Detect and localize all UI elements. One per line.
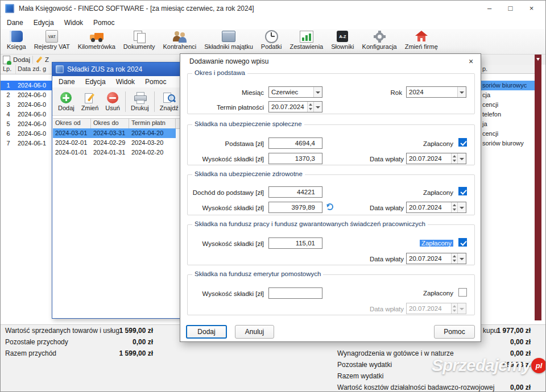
quickbar-add-button[interactable]: Dodaj <box>13 55 30 65</box>
edit-button[interactable]: Zmień <box>78 91 102 111</box>
toolbar-label: Kilometrówka <box>78 43 115 50</box>
chevron-down-icon[interactable] <box>313 102 322 112</box>
table-row[interactable]: 2024-01-01 2024-01-31 2024-02-20 <box>53 148 176 157</box>
menu-item-pomoc[interactable]: Pomoc <box>88 16 119 29</box>
table-row-fragment[interactable]: telefon <box>481 110 535 119</box>
menu-item-dane[interactable]: Dane <box>53 76 80 87</box>
menu-item-edycja[interactable]: Edycja <box>80 76 111 87</box>
close-button[interactable]: × <box>521 1 542 16</box>
documents-icon <box>133 31 146 43</box>
contribution-amount-field-health[interactable]: 3979,89 <box>268 202 322 213</box>
toolbar-separator <box>125 91 126 112</box>
menu-item-widok[interactable]: Widok <box>111 76 140 87</box>
watermark-badge: pl <box>531 358 546 373</box>
table-row[interactable]: 62024-06-0 <box>1 129 52 139</box>
anuluj-button[interactable]: Anuluj <box>235 325 274 339</box>
paid-checkbox-health[interactable] <box>458 187 467 195</box>
table-row-fragment[interactable]: cencji <box>481 100 535 110</box>
payment-date-field-health[interactable]: 20.07.2024 <box>406 202 466 213</box>
column-header-lp[interactable]: Lp. <box>1 65 16 74</box>
watermark: Sprzedajemy pl <box>432 356 546 375</box>
toolbar-button-ksiega[interactable]: Księga <box>3 29 30 50</box>
table-row[interactable]: 32024-06-0 <box>1 100 52 110</box>
menu-item-edycja[interactable]: Edycja <box>28 16 59 29</box>
chevron-down-icon[interactable] <box>457 153 466 164</box>
toolbar-button-konfiguracja[interactable]: Konfiguracja <box>358 29 401 50</box>
paid-checkbox-social[interactable] <box>458 138 467 147</box>
table-row[interactable]: 12024-06-0 <box>1 81 52 90</box>
printer-icon <box>134 92 146 103</box>
paid-label: Zapłacony <box>412 139 453 148</box>
spinner[interactable] <box>307 102 313 112</box>
vehicle-icon <box>89 31 104 42</box>
quickbar-edit-button[interactable]: Z <box>45 55 49 65</box>
paid-checkbox-labor[interactable] <box>458 238 467 247</box>
spinner <box>451 303 457 314</box>
spinner[interactable] <box>451 153 457 164</box>
toolbar-button-slowniki[interactable]: A-Z Słowniki <box>327 29 358 50</box>
base-amount-field[interactable]: 4694,4 <box>268 137 322 149</box>
table-row-fragment[interactable]: cencji <box>481 129 535 139</box>
column-header-okres-od[interactable]: Okres od <box>53 119 91 128</box>
year-select[interactable]: 2024 <box>406 86 466 98</box>
table-row[interactable]: 2024-03-01 2024-03-31 2024-04-20 <box>53 128 176 138</box>
chevron-down-icon[interactable] <box>457 253 466 264</box>
maximize-button[interactable]: □ <box>500 1 521 16</box>
column-header-okres-do[interactable]: Okres do <box>91 119 129 128</box>
table-row-fragment[interactable]: cja <box>481 90 535 100</box>
toolbar-button-kilometrowka[interactable]: Kilometrówka <box>74 29 119 50</box>
dialog-close-button[interactable]: × <box>461 54 481 69</box>
contribution-amount-field-labor[interactable]: 115,01 <box>268 237 322 249</box>
toolbar-button-skladniki-majatku[interactable]: Składniki majątku <box>200 29 257 50</box>
income-base-field[interactable]: 44221 <box>268 186 322 198</box>
add-button[interactable]: Dodaj <box>55 91 78 111</box>
spinner[interactable] <box>451 253 457 264</box>
toolbar-button-dokumenty[interactable]: Dokumenty <box>119 29 159 50</box>
menu-item-pomoc[interactable]: Pomoc <box>140 76 171 87</box>
book-icon <box>10 31 23 42</box>
menu-item-dane[interactable]: Dane <box>2 16 28 29</box>
toolbar-button-podatki[interactable]: Podatki <box>257 29 286 50</box>
chevron-down-icon[interactable] <box>457 87 466 97</box>
column-header-data[interactable]: Data zd. g <box>16 65 46 74</box>
table-row[interactable]: 22024-06-0 <box>1 90 52 100</box>
menu-item-widok[interactable]: Widok <box>59 16 88 29</box>
payment-date-field-labor[interactable]: 20.07.2024 <box>406 253 466 264</box>
print-button[interactable]: Drukuj <box>127 91 152 111</box>
dodaj-button[interactable]: Dodaj <box>186 325 227 339</box>
chart-icon <box>300 31 313 43</box>
right-column-fragment: soriów biurowyc cja cencji telefon ja ce… <box>481 81 535 148</box>
payment-deadline-field[interactable]: 20.07.2024 <box>268 101 322 112</box>
spinner[interactable] <box>451 202 457 212</box>
table-row[interactable]: 2024-02-01 2024-02-29 2024-03-20 <box>53 138 176 148</box>
delete-button[interactable]: Usuń <box>102 91 123 111</box>
toolbar-button-zmien-firme[interactable]: Zmień firmę <box>401 29 442 50</box>
table-row-fragment[interactable]: ja <box>481 119 535 129</box>
home-icon <box>415 31 428 42</box>
chevron-down-icon[interactable] <box>313 87 322 97</box>
vertical-scrollbar[interactable] <box>535 55 541 320</box>
contribution-amount-field-bridge[interactable] <box>268 287 322 299</box>
toolbar-button-rejestry-vat[interactable]: VAT Rejestry VAT <box>30 29 74 50</box>
table-row-fragment[interactable]: soriów biurowy <box>481 139 535 148</box>
table-row[interactable]: 42024-06-0 <box>1 110 52 119</box>
toolbar-label: Zestawienia <box>290 43 324 50</box>
table-row[interactable]: 72024-06-1 <box>1 139 52 148</box>
pomoc-button[interactable]: Pomoc <box>434 325 475 339</box>
paid-checkbox-bridge[interactable] <box>458 288 467 297</box>
contribution-amount-field-social[interactable]: 1370,3 <box>268 153 322 164</box>
table-row-fragment[interactable]: soriów biurowyc <box>481 81 535 90</box>
find-button[interactable]: Znajdź <box>156 91 182 111</box>
table-row[interactable]: 52024-06-0 <box>1 119 52 129</box>
chevron-down-icon[interactable] <box>457 202 466 212</box>
column-header-termin[interactable]: Termin płatn <box>129 119 176 128</box>
toolbar-button-kontrahenci[interactable]: Kontrahenci <box>159 29 200 50</box>
payment-date-label: Data wpłaty <box>364 155 404 164</box>
contribution-label: Wysokość składki [zł] <box>186 203 264 212</box>
minimize-button[interactable]: – <box>479 1 500 16</box>
chevron-down-icon <box>457 303 466 314</box>
payment-date-field-social[interactable]: 20.07.2024 <box>406 153 466 164</box>
month-select[interactable]: Czerwiec <box>268 86 322 98</box>
refresh-icon[interactable] <box>326 203 333 210</box>
toolbar-button-zestawienia[interactable]: Zestawienia <box>286 29 328 50</box>
